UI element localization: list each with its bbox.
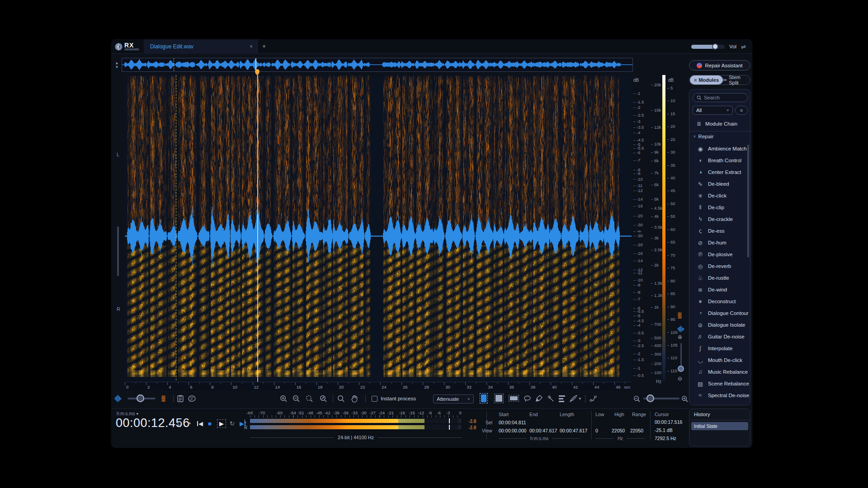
overview-resize-handle[interactable]: ▲▼ xyxy=(113,59,120,71)
vertical-zoom-slider[interactable] xyxy=(680,343,682,368)
clipboard-icon[interactable] xyxy=(177,394,184,404)
volume-knob[interactable] xyxy=(712,43,718,50)
brush-tool-icon[interactable] xyxy=(535,394,542,404)
repair-assistant-label: Repair Assistant xyxy=(705,63,742,68)
module-item-spectral-de-noise[interactable]: ≈Spectral De-noise xyxy=(689,389,751,401)
module-item-de-rustle[interactable]: ♧De-rustle xyxy=(689,272,751,284)
list-options-button[interactable]: ≡ xyxy=(735,106,748,115)
spectrogram-canvas[interactable] xyxy=(125,75,632,382)
module-item-mouth-de-click[interactable]: ◡Mouth De-click xyxy=(689,354,751,366)
tab-stem-split[interactable]: ✂ Stem Split xyxy=(723,75,750,85)
volume-slider[interactable] xyxy=(691,45,725,49)
sel-start-value[interactable]: 00:00:04.811 xyxy=(499,420,526,425)
module-item-de-wind[interactable]: ≋De-wind xyxy=(689,284,751,296)
module-item-ambience-match[interactable]: ◉Ambience Match xyxy=(689,143,751,155)
module-item-dialogue-isolate[interactable]: ⊜Dialogue Isolate xyxy=(689,319,751,331)
close-icon[interactable]: × xyxy=(250,43,253,50)
repair-assistant-button[interactable]: Repair Assistant xyxy=(689,60,750,70)
record-button[interactable]: ● xyxy=(188,420,191,426)
feather-tool-icon[interactable] xyxy=(570,394,578,404)
vertical-zoom-knob[interactable] xyxy=(678,366,684,372)
instant-process-checkbox[interactable] xyxy=(372,396,377,402)
zoom-out-horizontal-icon[interactable] xyxy=(633,394,641,404)
time-frequency-selection-tool[interactable] xyxy=(495,395,502,402)
play-button[interactable]: ▶ xyxy=(217,419,226,428)
signal-route-icon[interactable]: ⇌ xyxy=(741,43,746,50)
view-length-value[interactable]: 00:00:47.617 xyxy=(560,428,587,433)
process-mode-dropdown[interactable]: Attenuate ∨ xyxy=(433,394,474,404)
time-format-selector[interactable]: h:m:s.ms ▾ xyxy=(117,411,138,416)
module-item-scene-rebalance[interactable]: ▤Scene Rebalance xyxy=(689,378,751,389)
lasso-tool-icon[interactable] xyxy=(524,394,531,404)
history-item[interactable]: Initial State xyxy=(691,422,748,430)
zoom-in-horizontal-icon[interactable] xyxy=(681,394,689,404)
frequency-selection-tool[interactable] xyxy=(510,396,518,400)
stop-button[interactable]: ■ xyxy=(208,420,212,427)
freq-range-value[interactable]: 22050 xyxy=(630,428,643,433)
meter-tick-label: -42 xyxy=(324,410,330,415)
waveform-view-icon[interactable] xyxy=(678,326,684,332)
search-input[interactable] xyxy=(704,95,742,100)
module-chain-item[interactable]: ≣ Module Chain xyxy=(689,118,751,129)
zoom-out-vertical-icon[interactable]: ⊖ xyxy=(678,375,682,382)
module-item-de-crackle[interactable]: ϟDe-crackle xyxy=(689,213,751,225)
module-item-music-rebalance[interactable]: ♫Music Rebalance xyxy=(689,366,751,378)
view-end-value[interactable]: 00:00:47.617 xyxy=(529,428,557,433)
signal-node-tool-icon[interactable] xyxy=(590,394,597,404)
category-filter-dropdown[interactable]: All ∨ xyxy=(693,106,733,115)
module-item-guitar-de-noise[interactable]: ♬Guitar De-noise xyxy=(689,331,751,343)
module-item-de-clip[interactable]: ‖De-clip xyxy=(689,202,751,213)
magnifier-icon[interactable] xyxy=(337,394,345,404)
module-item-de-reverb[interactable]: ◎De-reverb xyxy=(689,260,751,272)
module-item-de-hum[interactable]: ⊘De-hum xyxy=(689,237,751,249)
view-start-value[interactable]: 00:00:00.000 xyxy=(499,428,526,433)
module-list-scrollbar[interactable] xyxy=(747,145,749,258)
module-item-interpolate[interactable]: ∫Interpolate xyxy=(689,343,751,354)
repair-section-header[interactable]: ∨ Repair xyxy=(693,134,713,139)
module-label: Deconstruct xyxy=(708,299,736,304)
zoom-in-icon[interactable] xyxy=(280,394,288,404)
module-item-breath-control[interactable]: ◖Breath Control xyxy=(689,155,751,166)
hand-tool-icon[interactable] xyxy=(351,394,358,404)
skip-to-start-button[interactable]: ◀ xyxy=(197,420,203,427)
waveform-blend-icon[interactable] xyxy=(115,394,121,404)
zoom-out-icon[interactable] xyxy=(292,394,300,404)
module-item-deconstruct[interactable]: ✶Deconstruct xyxy=(689,296,751,307)
blend-slider-knob[interactable] xyxy=(137,394,144,402)
freq-tick: 1.5k xyxy=(651,281,662,286)
magic-wand-icon[interactable] xyxy=(547,394,554,404)
freq-low-value[interactable]: 0 xyxy=(595,428,598,433)
ruler-tick xyxy=(551,382,551,385)
loop-button[interactable]: ↻ xyxy=(230,420,235,427)
zoom-in-vertical-icon[interactable]: ⊕ xyxy=(678,334,682,340)
freq-high-value[interactable]: 22050 xyxy=(612,428,625,433)
spectrogram-view-icon[interactable]: ≋≋ xyxy=(677,312,682,319)
module-item-de-bleed[interactable]: ✎De-bleed xyxy=(689,178,751,190)
ruler-minor-tick xyxy=(434,382,434,384)
ruler-label: 30 xyxy=(445,385,450,389)
spectrogram-blend-icon[interactable]: ≋≋ xyxy=(161,394,165,404)
new-tab-button[interactable]: + xyxy=(262,42,266,50)
time-ruler[interactable]: sec 024681012141618202224262830323436384… xyxy=(125,382,632,390)
monitor-button[interactable]: Ω xyxy=(177,420,182,427)
harmonics-tool-icon[interactable] xyxy=(559,394,565,404)
comment-icon[interactable] xyxy=(188,394,196,404)
tab-modules[interactable]: ≡ Modules xyxy=(690,75,723,84)
module-item-de-plosive[interactable]: ℗De-plosive xyxy=(689,249,751,260)
tab-dialogue-edit[interactable]: Dialogue Edit.wav × xyxy=(144,39,258,54)
module-item-de-click[interactable]: ✳De-click xyxy=(689,190,751,202)
horizontal-zoom-knob[interactable] xyxy=(646,394,654,402)
module-item-center-extract[interactable]: ◑Center Extract xyxy=(689,166,751,178)
playhead-pin[interactable] xyxy=(255,69,259,75)
module-item-dialogue-contour[interactable]: ◔Dialogue Contour xyxy=(689,307,751,319)
vertical-scrollbar[interactable] xyxy=(117,226,119,276)
spectrogram-color-scale[interactable] xyxy=(662,75,665,382)
overview-waveform[interactable] xyxy=(122,58,633,72)
module-search[interactable] xyxy=(693,93,748,102)
zoom-fit-icon[interactable] xyxy=(319,394,328,404)
time-selection-tool[interactable] xyxy=(481,394,486,402)
feather-tool-dropdown-icon[interactable]: ▾ xyxy=(579,394,581,403)
zoom-selection-icon[interactable] xyxy=(305,394,314,404)
overview-canvas[interactable] xyxy=(122,58,632,71)
module-item-de-ess[interactable]: ςDe-ess xyxy=(689,225,751,237)
